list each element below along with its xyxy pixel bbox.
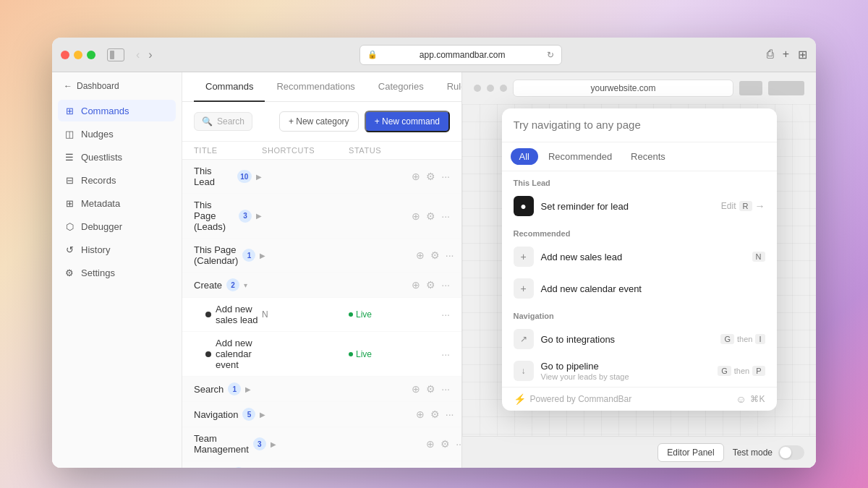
add-icon[interactable]: ⊕ [426, 438, 435, 450]
search-placeholder: Search [217, 116, 244, 127]
cb-item-set-reminder[interactable]: ● Set reminder for lead Edit R → [502, 190, 777, 222]
more-icon[interactable]: ··· [441, 383, 450, 395]
cb-section-this-lead: This Lead [502, 171, 777, 190]
sidebar-item-history[interactable]: ↺ History [58, 239, 176, 260]
maximize-button[interactable] [87, 51, 95, 59]
more-icon[interactable]: ··· [446, 249, 454, 261]
sidebar-back-button[interactable]: ← Dashboard [52, 72, 182, 97]
sidebar-toggle-icon[interactable] [107, 48, 124, 61]
back-arrow-icon[interactable]: ‹ [133, 47, 142, 63]
sidebar-item-records[interactable]: ⊟ Records [58, 169, 176, 191]
reload-icon[interactable]: ↻ [547, 50, 554, 60]
cb-item-content: Add new calendar event [541, 283, 765, 294]
cb-search-area [502, 108, 777, 142]
table-row[interactable]: Create 2 ▾ ⊕ ⚙ ··· [182, 273, 461, 298]
expand-icon: ▾ [244, 281, 247, 289]
sidebar-item-metadata[interactable]: ⊞ Metadata [58, 192, 176, 214]
arrow-icon: → [755, 200, 765, 212]
cb-item-go-integrations[interactable]: ↗ Go to integrations G then I [502, 323, 777, 355]
forward-arrow-icon[interactable]: › [145, 47, 155, 63]
sidebar-item-debugger[interactable]: ⬡ Debugger [58, 215, 176, 237]
row-badge: 1 [228, 382, 241, 395]
table-row[interactable]: This Page (Calendar) 1 ▶ ⊕ ⚙ ··· [182, 239, 461, 273]
cb-item-content: Add new sales lead [541, 252, 745, 262]
preview-action-btn[interactable] [739, 81, 762, 95]
sidebar: ← Dashboard ⊞ Commands ◫ Nudges ☰ Questl… [52, 72, 182, 468]
cb-item-icon-add-calendar: + [514, 278, 534, 299]
sidebar-item-settings[interactable]: ⚙ Settings [58, 262, 176, 283]
cb-item-go-pipeline[interactable]: ↓ Go to pipeline View your leads by stag… [502, 355, 777, 387]
shortcut-p: P [752, 366, 765, 376]
row-label: This Lead [194, 166, 233, 187]
share-icon[interactable]: ⎙ [767, 48, 774, 61]
table-row[interactable]: Settings 1 ▶ ⊕ ⚙ ··· [182, 461, 461, 468]
test-mode-switch[interactable] [778, 445, 804, 460]
table-row[interactable]: This Page (Leads) 3 ▶ ⊕ ⚙ ··· [182, 194, 461, 239]
more-icon[interactable]: ··· [441, 309, 450, 320]
tab-rules[interactable]: Rules [435, 72, 461, 102]
row-name: Team Management 3 ▶ [194, 433, 276, 455]
sidebar-item-questlists[interactable]: ☰ Questlists [58, 146, 176, 168]
table-row[interactable]: Add new sales lead N Live ··· [182, 298, 461, 332]
more-icon[interactable]: ··· [441, 171, 450, 182]
settings-icon[interactable]: ⚙ [426, 383, 435, 395]
minimize-button[interactable] [74, 51, 82, 59]
table-row[interactable]: This Lead 10 ▶ ⊕ ⚙ ··· [182, 160, 461, 194]
sidebar-label-settings: Settings [81, 267, 115, 278]
settings-icon[interactable]: ⚙ [430, 408, 440, 420]
new-tab-icon[interactable]: + [783, 48, 789, 61]
add-icon[interactable]: ⊕ [412, 383, 420, 395]
tab-categories[interactable]: Categories [367, 72, 435, 102]
tab-commands[interactable]: Commands [194, 72, 265, 102]
settings-icon[interactable]: ⚙ [430, 249, 440, 261]
cb-item-add-calendar-event[interactable]: + Add new calendar event [502, 273, 777, 304]
cb-item-content: Go to pipeline View your leads by stage [541, 361, 711, 381]
table-row[interactable]: Search 1 ▶ ⊕ ⚙ ··· [182, 377, 461, 402]
cb-tab-recommended[interactable]: Recommended [540, 148, 621, 165]
editor-panel-button[interactable]: Editor Panel [658, 443, 723, 462]
new-category-button[interactable]: + New category [279, 111, 359, 132]
add-icon[interactable]: ⊕ [412, 210, 420, 222]
sidebar-item-nudges[interactable]: ◫ Nudges [58, 123, 176, 145]
settings-icon[interactable]: ⚙ [426, 210, 435, 222]
preview-action-btn-2[interactable] [768, 81, 804, 95]
address-bar[interactable]: 🔒 app.commandbar.com ↻ [359, 45, 562, 65]
cb-item-icon-reminder: ● [514, 196, 534, 216]
add-icon[interactable]: ⊕ [412, 171, 420, 182]
table-row[interactable]: Add new calendar event Live ··· [182, 332, 461, 377]
expand-icon: ▶ [256, 212, 262, 220]
settings-icon[interactable]: ⚙ [441, 438, 450, 450]
more-icon[interactable]: ··· [446, 408, 454, 420]
sidebar-item-commands[interactable]: ⊞ Commands [58, 100, 176, 121]
add-icon[interactable]: ⊕ [416, 408, 425, 420]
shortcut-g: G [720, 334, 734, 344]
browser-window: ‹ › 🔒 app.commandbar.com ↻ ⎙ + ⊞ ← Dashb… [52, 38, 816, 468]
nudges-icon: ◫ [64, 128, 75, 140]
grid-icon[interactable]: ⊞ [798, 48, 807, 61]
status: Live [349, 349, 421, 359]
smile-icon[interactable]: ☺ [736, 393, 746, 405]
shortcut-cmdk: ⌘K [750, 394, 765, 404]
cb-item-add-sales-lead[interactable]: + Add new sales lead N [502, 241, 777, 273]
table-row[interactable]: Navigation 5 ▶ ⊕ ⚙ ··· [182, 402, 461, 427]
settings-icon[interactable]: ⚙ [426, 279, 435, 291]
more-icon[interactable]: ··· [441, 279, 450, 291]
commands-toolbar: 🔍 Search + New category + New command [182, 102, 461, 142]
cb-search-input[interactable] [514, 119, 765, 131]
more-icon[interactable]: ··· [441, 210, 450, 222]
row-actions: ⊕ ⚙ ··· [435, 438, 461, 450]
more-icon[interactable]: ··· [441, 348, 450, 360]
settings-icon[interactable]: ⚙ [426, 171, 435, 182]
sidebar-label-questlists: Questlists [81, 152, 122, 163]
search-box[interactable]: 🔍 Search [194, 112, 252, 131]
more-icon[interactable]: ··· [456, 438, 461, 450]
tab-recommendations[interactable]: Recommendations [265, 72, 366, 102]
new-command-button[interactable]: + New command [365, 111, 450, 132]
back-icon: ← [64, 81, 72, 91]
cb-tab-recents[interactable]: Recents [622, 148, 674, 165]
cb-tab-all[interactable]: All [511, 148, 538, 165]
close-button[interactable] [61, 51, 69, 59]
add-icon[interactable]: ⊕ [412, 279, 420, 291]
table-row[interactable]: Team Management 3 ▶ ⊕ ⚙ ··· [182, 427, 461, 461]
add-icon[interactable]: ⊕ [416, 249, 425, 261]
